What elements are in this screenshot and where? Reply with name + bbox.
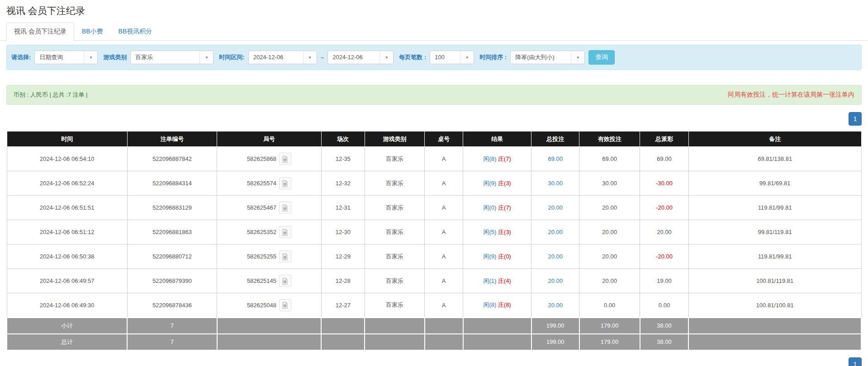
date-from-value: 2024-12-06 (249, 51, 303, 64)
result-cell: 闲(9) 庄(3) (463, 171, 531, 196)
game-type-select[interactable]: 百家乐 ▼ (130, 51, 213, 64)
session-cell: 12-30 (321, 220, 365, 244)
round-id-cell: 582625868 (217, 147, 321, 171)
chevron-down-icon[interactable]: ▼ (84, 51, 97, 64)
video-replay-button[interactable] (279, 177, 291, 189)
payout-cell: -20.00 (640, 244, 689, 269)
table-no-cell: A (425, 147, 463, 171)
video-replay-button[interactable] (279, 250, 291, 263)
round-id-cell: 582625048 (217, 293, 321, 318)
col-valid-bet: 有效投注 (579, 131, 640, 147)
query-type-select[interactable]: 日期查询 ▼ (34, 51, 98, 64)
total-total-bet: 199.00 (531, 334, 579, 350)
subtotal-valid-bet: 179.00 (579, 318, 640, 334)
round-id-value: 582625145 (247, 277, 276, 284)
chevron-down-icon[interactable]: ▼ (460, 51, 474, 64)
game-type-cell: 百家乐 (365, 196, 424, 220)
payout-cell: 20.00 (640, 220, 689, 244)
tab-betting-records[interactable]: 视讯 会员下注纪录 (6, 23, 74, 41)
col-bet-id: 注单编号 (127, 131, 217, 147)
total-bet-link[interactable]: 20.00 (548, 229, 563, 235)
page-size-value: 100 (430, 51, 460, 64)
round-id-value: 582625574 (247, 180, 276, 187)
total-payout: 38.00 (640, 334, 689, 350)
chevron-down-icon[interactable]: ▼ (379, 51, 393, 64)
subtotal-total-bet: 199.00 (531, 318, 579, 334)
summary-currency-count: 币别 : 人民币 | 总共 :7 注单 | (14, 91, 88, 99)
payout-cell: 69.00 (640, 147, 689, 171)
video-file-icon (281, 155, 289, 163)
tab-bb-tips[interactable]: BB小费 (74, 23, 111, 41)
video-replay-button[interactable] (279, 299, 291, 311)
video-replay-button[interactable] (279, 153, 291, 165)
session-cell: 12-31 (321, 196, 365, 220)
chevron-down-icon[interactable]: ▼ (303, 51, 317, 64)
remark-cell: 99.81/69.81 (688, 171, 861, 196)
remark-cell: 99.81/119.81 (688, 220, 861, 244)
bet-id-cell: 522096879390 (127, 269, 217, 293)
pagination-top: 1 (6, 112, 862, 126)
total-bet-link[interactable]: 30.00 (548, 180, 563, 187)
video-replay-button[interactable] (279, 275, 291, 287)
total-bet-cell: 20.00 (531, 269, 579, 293)
table-row: 2024-12-06 06:51:12 522096881863 5826253… (7, 220, 861, 244)
time-cell: 2024-12-06 06:50:38 (7, 244, 127, 269)
search-button[interactable]: 查询 (588, 50, 615, 65)
time-sort-select[interactable]: 降幂(由大到小) ▼ (510, 51, 585, 64)
remark-cell: 100.81/119.81 (688, 269, 861, 293)
payout-cell: -30.00 (640, 171, 689, 196)
total-label: 总计 (7, 334, 127, 350)
table-no-cell: A (425, 220, 463, 244)
result-banker: 庄(7) (498, 204, 511, 211)
page-1-button[interactable]: 1 (849, 112, 862, 126)
round-id-cell: 582625145 (217, 269, 321, 293)
page-1-button[interactable]: 1 (849, 357, 862, 366)
video-file-icon (281, 301, 289, 309)
total-bet-link[interactable]: 20.00 (548, 302, 563, 309)
bet-id-cell: 522096884314 (127, 171, 217, 196)
chevron-down-icon[interactable]: ▼ (199, 51, 213, 64)
session-cell: 12-28 (321, 269, 365, 293)
page-size-select[interactable]: 100 ▼ (430, 51, 474, 64)
chevron-down-icon[interactable]: ▼ (571, 51, 584, 64)
result-cell: 闲(5) 庄(3) (463, 220, 531, 244)
result-player: 闲(1) (484, 277, 497, 284)
subtotal-label: 小计 (7, 318, 127, 334)
result-cell: 闲(1) 庄(4) (463, 269, 531, 293)
date-range-separator: ~ (321, 54, 324, 61)
result-player: 闲(8) (484, 301, 497, 308)
bet-id-cell: 522096883129 (127, 196, 217, 220)
session-cell: 12-35 (321, 147, 365, 171)
round-id-cell: 582625352 (217, 220, 321, 244)
result-banker: 庄(3) (498, 180, 511, 187)
query-type-label: 请选择: (11, 53, 31, 61)
date-to-value: 2024-12-06 (328, 51, 379, 64)
video-replay-button[interactable] (279, 202, 291, 214)
table-row: 2024-12-06 06:51:51 522096883129 5826254… (7, 196, 861, 220)
date-from-picker[interactable]: 2024-12-06 ▼ (248, 51, 317, 64)
valid-bet-cell: 20.00 (579, 244, 640, 269)
total-valid-bet: 179.00 (579, 334, 640, 350)
round-id-value: 582625255 (247, 253, 276, 260)
time-cell: 2024-12-06 06:52:24 (7, 171, 127, 196)
pagination-bottom: 1 (849, 357, 862, 366)
col-game-type: 游戏类别 (365, 131, 424, 147)
total-bet-link[interactable]: 20.00 (548, 204, 563, 211)
result-banker: 庄(0) (498, 253, 511, 260)
page-title: 视讯 会员下注纪录 (0, 0, 868, 23)
tab-bb-video-points[interactable]: BB视讯积分 (111, 23, 160, 41)
game-type-value: 百家乐 (131, 51, 199, 64)
total-bet-link[interactable]: 69.00 (548, 155, 563, 162)
page-size-label: 每页笔数 : (399, 53, 426, 61)
result-banker: 庄(7) (498, 155, 511, 162)
query-type-value: 日期查询 (35, 51, 84, 64)
result-player: 闲(9) (484, 180, 497, 187)
round-id-value: 582625868 (247, 155, 276, 162)
total-bet-link[interactable]: 20.00 (548, 277, 563, 284)
total-bet-cell: 20.00 (531, 220, 579, 244)
result-player: 闲(9) (484, 253, 497, 260)
total-bet-link[interactable]: 20.00 (548, 253, 563, 260)
date-to-picker[interactable]: 2024-12-06 ▼ (327, 51, 394, 64)
video-replay-button[interactable] (279, 226, 291, 238)
total-count: 7 (127, 334, 217, 350)
